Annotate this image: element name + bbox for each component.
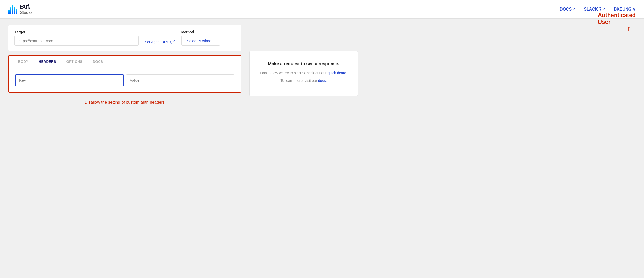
quick-demo-link[interactable]: quick demo. xyxy=(327,71,347,75)
target-field-group: Target xyxy=(14,30,139,46)
target-label: Target xyxy=(14,30,139,34)
response-title: Make a request to see a response. xyxy=(258,61,349,66)
target-input[interactable] xyxy=(14,36,139,46)
chevron-down-icon: ∨ xyxy=(633,7,636,12)
tab-headers[interactable]: HEADERS xyxy=(34,56,61,68)
slack-link[interactable]: SLACK 7 ↗ xyxy=(584,7,605,12)
header: Buf. Studio DOCS ↗ SLACK 7 ↗ DKEUNG ∨ Au… xyxy=(0,0,644,19)
right-panel: Make a request to see a response. Don't … xyxy=(249,25,358,272)
tab-docs[interactable]: DOCS xyxy=(88,56,108,68)
left-panel: Target Set Agent URL ? Method Select Met… xyxy=(8,25,241,272)
method-label: Method xyxy=(181,30,220,34)
user-menu[interactable]: DKEUNG ∨ Authenticated User ↑ xyxy=(614,7,636,12)
tab-options[interactable]: OPTIONS xyxy=(61,56,88,68)
docs-link[interactable]: DOCS ↗ xyxy=(560,7,575,12)
logo-text: Buf. Studio xyxy=(20,3,32,15)
help-icon[interactable]: ? xyxy=(170,40,175,44)
response-sub-1: Don't know where to start? Check out our… xyxy=(258,70,349,76)
set-agent-url-row: Set Agent URL ? xyxy=(145,40,175,44)
docs-external-icon: ↗ xyxy=(573,7,575,11)
target-method-row: Target Set Agent URL ? Method Select Met… xyxy=(8,25,241,51)
tabs-panel: BODY HEADERS OPTIONS DOCS xyxy=(8,55,241,93)
header-value-input[interactable] xyxy=(126,74,234,86)
slack-external-icon: ↗ xyxy=(603,7,605,11)
headers-row xyxy=(15,74,234,86)
disallow-message: Disallow the setting of custom auth head… xyxy=(8,97,241,108)
response-sub-2: To learn more, visit our docs. xyxy=(258,78,349,83)
docs-response-link[interactable]: docs. xyxy=(318,79,327,83)
logo-sub: Studio xyxy=(20,10,32,15)
main-layout: Target Set Agent URL ? Method Select Met… xyxy=(0,19,644,278)
set-agent-url-link[interactable]: Set Agent URL xyxy=(145,40,169,44)
tabs-header: BODY HEADERS OPTIONS DOCS xyxy=(9,56,241,68)
response-card: Make a request to see a response. Don't … xyxy=(249,51,358,96)
tab-body[interactable]: BODY xyxy=(13,56,34,68)
select-method-button[interactable]: Select Method... xyxy=(181,36,220,46)
nav-links: DOCS ↗ SLACK 7 ↗ DKEUNG ∨ Authenticated … xyxy=(560,7,636,12)
buf-logo-icon xyxy=(8,4,17,14)
method-field-group: Method Select Method... xyxy=(181,30,220,46)
header-key-input[interactable] xyxy=(15,74,124,86)
logo-name: Buf. xyxy=(20,3,32,10)
logo-area: Buf. Studio xyxy=(8,3,32,15)
tab-content-headers xyxy=(9,68,241,92)
